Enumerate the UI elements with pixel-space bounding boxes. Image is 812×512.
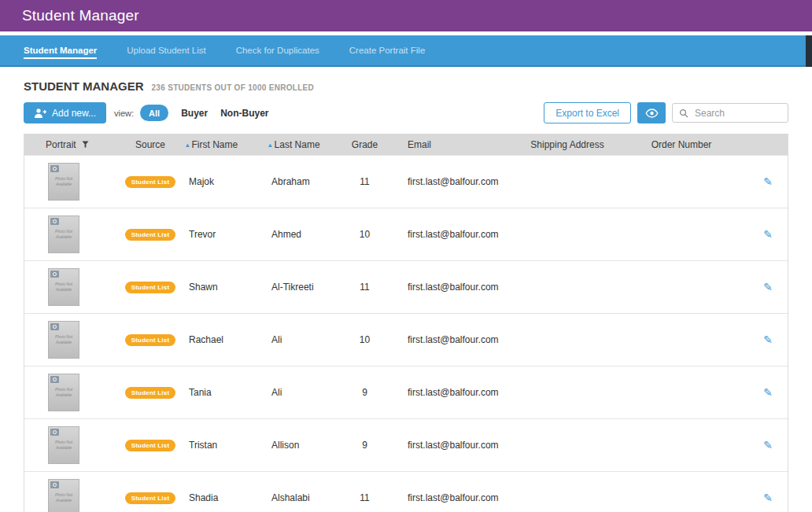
visibility-button[interactable] xyxy=(637,102,666,123)
cell-email: first.last@balfour.com xyxy=(390,387,520,398)
portrait-placeholder[interactable]: Photo Not Available xyxy=(48,268,79,306)
cell-last-name: Alshalabi xyxy=(260,492,339,503)
column-header-source[interactable]: Source xyxy=(123,139,178,150)
app-window: Student Manager Student ManagerUpload St… xyxy=(0,0,812,512)
edit-icon[interactable]: ✎ xyxy=(763,228,773,241)
source-badge: Student List xyxy=(125,387,176,399)
column-header-order-number[interactable]: Order Number xyxy=(615,139,748,150)
cell-last-name: Allison xyxy=(260,440,339,451)
tab-student-manager[interactable]: Student Manager xyxy=(24,35,97,65)
page-subtitle: 236 STUDENTS OUT OF 1000 ENROLLED xyxy=(152,83,315,92)
cell-actions: ✎ xyxy=(748,439,788,451)
cell-last-name: Ali xyxy=(260,334,339,345)
table-row: Photo Not Available Student List Tania A… xyxy=(24,366,788,418)
table-body: Photo Not Available Student List Majok A… xyxy=(24,155,788,512)
main-content: STUDENT MANAGER 236 STUDENTS OUT OF 1000… xyxy=(0,79,812,512)
column-header-portrait[interactable]: Portrait xyxy=(24,139,123,150)
camera-icon xyxy=(50,429,59,436)
cell-source: Student List xyxy=(123,229,178,241)
camera-icon xyxy=(50,165,59,172)
page-head: STUDENT MANAGER 236 STUDENTS OUT OF 1000… xyxy=(24,79,788,93)
edit-icon[interactable]: ✎ xyxy=(763,492,773,504)
toolbar: Add new... view: AllBuyerNon-Buyer Expor… xyxy=(24,102,788,123)
edit-icon[interactable]: ✎ xyxy=(763,439,773,451)
page-title: STUDENT MANAGER xyxy=(24,79,144,93)
edit-icon[interactable]: ✎ xyxy=(763,175,773,188)
view-filters: AllBuyerNon-Buyer xyxy=(140,105,268,121)
camera-icon xyxy=(50,481,59,488)
table-row: Photo Not Available Student List Rachael… xyxy=(24,313,788,366)
add-user-icon xyxy=(34,108,46,119)
column-header-email[interactable]: Email xyxy=(390,139,520,150)
column-header-last-name[interactable]: ▴ Last Name xyxy=(260,139,339,150)
source-badge: Student List xyxy=(125,229,176,241)
search-box xyxy=(672,103,788,123)
source-badge: Student List xyxy=(125,440,176,451)
table-row: Photo Not Available Student List Shawn A… xyxy=(24,260,788,313)
cell-source: Student List xyxy=(123,387,178,399)
cell-first-name: Majok xyxy=(178,176,260,187)
column-label-email: Email xyxy=(408,139,431,150)
cell-actions: ✎ xyxy=(748,386,788,399)
cell-first-name: Shawn xyxy=(178,282,260,293)
source-badge: Student List xyxy=(125,492,176,504)
app-title: Student Manager xyxy=(22,7,139,24)
cell-actions: ✎ xyxy=(748,281,788,293)
cell-portrait: Photo Not Available xyxy=(24,215,123,253)
titlebar: Student Manager xyxy=(0,0,812,31)
portrait-placeholder[interactable]: Photo Not Available xyxy=(48,426,79,464)
camera-icon xyxy=(50,218,59,225)
cell-first-name: Shadia xyxy=(178,492,260,503)
filter-all[interactable]: All xyxy=(140,105,168,121)
nav-tabs: Student ManagerUpload Student ListCheck … xyxy=(0,35,425,65)
filter-non-buyer[interactable]: Non-Buyer xyxy=(220,108,268,119)
portrait-placeholder[interactable]: Photo Not Available xyxy=(48,215,79,253)
add-new-button[interactable]: Add new... xyxy=(24,102,106,123)
tab-create-portrait-file[interactable]: Create Portrait File xyxy=(349,35,426,65)
cell-email: first.last@balfour.com xyxy=(390,440,520,451)
cell-portrait: Photo Not Available xyxy=(24,321,123,359)
cell-first-name: Rachael xyxy=(178,334,260,345)
eye-icon xyxy=(645,109,659,118)
toolbar-right: Export to Excel xyxy=(544,102,788,123)
cell-source: Student List xyxy=(123,334,178,346)
cell-last-name: Al-Tikreeti xyxy=(260,282,339,293)
column-label-first-name: First Name xyxy=(192,139,238,150)
photo-not-available-label: Photo Not Available xyxy=(54,387,73,399)
filter-buyer[interactable]: Buyer xyxy=(181,108,208,119)
column-label-grade: Grade xyxy=(352,139,378,150)
search-icon xyxy=(679,109,688,118)
column-header-grade[interactable]: Grade xyxy=(339,139,390,150)
portrait-placeholder[interactable]: Photo Not Available xyxy=(48,321,79,359)
edit-icon[interactable]: ✎ xyxy=(763,281,773,293)
cell-grade: 9 xyxy=(339,440,390,451)
tab-check-for-duplicates[interactable]: Check for Duplicates xyxy=(236,35,319,65)
column-header-shipping-address[interactable]: Shipping Address xyxy=(520,139,615,150)
nav-bar: Student ManagerUpload Student ListCheck … xyxy=(0,35,812,67)
camera-icon xyxy=(50,323,59,330)
portrait-placeholder[interactable]: Photo Not Available xyxy=(48,163,79,201)
cell-actions: ✎ xyxy=(748,333,788,346)
photo-not-available-label: Photo Not Available xyxy=(54,334,73,346)
table-row: Photo Not Available Student List Majok A… xyxy=(24,155,788,208)
portrait-placeholder[interactable]: Photo Not Available xyxy=(48,374,79,411)
cell-last-name: Ahmed xyxy=(260,229,339,240)
column-label-portrait: Portrait xyxy=(46,139,76,150)
cell-email: first.last@balfour.com xyxy=(390,282,520,293)
search-input[interactable] xyxy=(693,107,781,120)
export-excel-button[interactable]: Export to Excel xyxy=(544,102,631,123)
portrait-placeholder[interactable]: Photo Not Available xyxy=(48,479,79,512)
cell-grade: 9 xyxy=(339,387,390,398)
cell-grade: 11 xyxy=(339,492,390,503)
sort-asc-icon: ▴ xyxy=(186,141,190,149)
photo-not-available-label: Photo Not Available xyxy=(54,229,73,241)
tab-upload-student-list[interactable]: Upload Student List xyxy=(127,35,205,65)
column-header-first-name[interactable]: ▴ First Name xyxy=(178,139,260,150)
edit-icon[interactable]: ✎ xyxy=(763,386,773,399)
filter-icon[interactable] xyxy=(82,141,89,148)
edit-icon[interactable]: ✎ xyxy=(763,333,773,346)
source-badge: Student List xyxy=(125,176,176,188)
view-label: view: xyxy=(114,109,134,118)
camera-icon xyxy=(50,376,59,383)
column-label-source: Source xyxy=(135,139,165,150)
